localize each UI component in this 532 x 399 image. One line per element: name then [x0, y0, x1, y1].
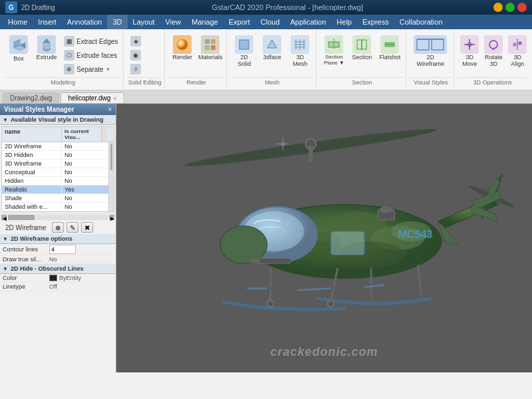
menu-cloud[interactable]: Cloud	[255, 15, 285, 29]
menu-3d[interactable]: 3D	[107, 15, 127, 29]
tab-helicopter-label: helicopter.dwg	[68, 94, 110, 102]
svg-rect-49	[309, 146, 313, 162]
vs-row-hidden[interactable]: Hidden No	[2, 177, 108, 186]
menu-help[interactable]: Help	[331, 15, 357, 29]
2dsolid-button[interactable]: 2D Solid	[231, 33, 257, 69]
close-button[interactable]	[517, 3, 527, 12]
linetype-label: Linetype	[3, 283, 49, 290]
menu-home[interactable]: Home	[3, 15, 33, 29]
wireframe-options-header[interactable]: ▼ 2D Wireframe options	[0, 234, 116, 244]
vs-row-3dwireframe[interactable]: 3D Wireframe No	[2, 160, 108, 168]
available-section-header[interactable]: ▼ Available Visual style in Drawing	[0, 115, 116, 125]
svg-marker-12	[267, 40, 277, 48]
vs-group-label: Visual Styles	[410, 77, 451, 87]
crosshair-box	[281, 142, 285, 146]
extrude-button[interactable]: Extrude	[33, 33, 60, 63]
rotate3d-button[interactable]: Rotate 3D	[482, 33, 505, 69]
vs-table: name Is current Visu... 2D Wireframe No …	[1, 126, 114, 212]
panel-close-button[interactable]: ×	[108, 106, 112, 113]
extrude-faces-icon: ⬡	[64, 50, 74, 61]
menu-collaboration[interactable]: Collaboration	[394, 15, 448, 29]
extrude-faces-label: Extrude faces	[76, 52, 117, 59]
3dmesh-button[interactable]: 3D Mesh	[287, 33, 313, 69]
vs-row-2dwireframe[interactable]: 2D Wireframe No	[2, 142, 108, 151]
draft-mode: 2D Drafting	[21, 4, 55, 11]
menu-application[interactable]: Application	[285, 15, 332, 29]
solid-editing-label: Solid Editing	[128, 77, 162, 87]
vs-name-2dwf: 2D Wireframe	[2, 142, 62, 150]
section-label: Section	[352, 54, 372, 61]
section-button[interactable]: Section	[348, 33, 375, 63]
menu-express[interactable]: Express	[357, 15, 394, 29]
tab-drawing2[interactable]: Drawing2.dwg	[3, 92, 59, 103]
svg-point-82	[283, 229, 285, 231]
section-plane-button[interactable]: Section Plane ▼	[321, 33, 347, 68]
viewport[interactable]: МС543 crackedonic.com	[116, 104, 532, 372]
svg-point-84	[279, 233, 282, 236]
draw-true-sil-label: Draw true sil...	[3, 256, 49, 263]
flatshot-button[interactable]: Flatshot	[376, 33, 403, 63]
hide-section-header[interactable]: ▼ 2D Hide - Obscured Lines	[0, 264, 116, 274]
available-section-arrow: ▼	[3, 117, 8, 123]
minimize-button[interactable]	[493, 3, 503, 12]
menu-annotation[interactable]: Annotation	[62, 15, 108, 29]
tab-drawing2-label: Drawing2.dwg	[10, 94, 52, 102]
box-label: Box	[13, 55, 24, 62]
section-plane-label2: Plane ▼	[324, 60, 344, 66]
helicopter-render: МС543	[116, 104, 532, 372]
svg-point-85	[286, 223, 289, 226]
vs-row-conceptual[interactable]: Conceptual No	[2, 168, 108, 177]
extract-edges-button[interactable]: ▦ Extract Edges	[61, 35, 120, 48]
svg-point-83	[269, 230, 272, 233]
svg-text:МС543: МС543	[398, 228, 432, 240]
solid-edit-2[interactable]: ◉	[128, 49, 162, 62]
menu-export[interactable]: Export	[223, 15, 255, 29]
draw-true-sil-row: Draw true sil... No	[0, 255, 116, 264]
extract-edges-label: Extract Edges	[76, 38, 118, 45]
svg-point-87	[267, 301, 274, 307]
menu-insert[interactable]: Insert	[33, 15, 62, 29]
vs-row-shade[interactable]: Shade No	[2, 194, 108, 203]
3dmove-button[interactable]: 3D Move	[458, 33, 481, 69]
scroll-thumb[interactable]	[8, 215, 35, 220]
draw-true-sil-value: No	[49, 256, 113, 263]
box-button[interactable]: Box	[5, 33, 32, 64]
tab-helicopter-close[interactable]: ×	[113, 95, 116, 102]
extract-edges-icon: ▦	[64, 36, 74, 47]
menu-layout[interactable]: Layout	[128, 15, 160, 29]
solid-edit-1[interactable]: ◈	[128, 35, 162, 48]
vs-name-shaded: Shaded with e...	[2, 203, 62, 211]
3dmesh-label: 3D Mesh	[289, 54, 311, 67]
menu-manage[interactable]: Manage	[186, 15, 223, 29]
scroll-track[interactable]	[8, 215, 108, 220]
contour-lines-input[interactable]	[49, 245, 76, 254]
contour-lines-row: Contour lines	[0, 244, 116, 255]
vs-btn-3[interactable]: ✖	[81, 222, 93, 233]
visual-styles-panel: Visual Styles Manager × ▼ Available Visu…	[0, 104, 116, 372]
tab-helicopter[interactable]: helicopter.dwg ×	[61, 92, 124, 103]
extrude-faces-button[interactable]: ⬡ Extrude faces	[61, 49, 120, 62]
h-scrollbar[interactable]: ◄ ►	[0, 213, 116, 221]
vs-row-shaded[interactable]: Shaded with e... No	[2, 203, 108, 211]
vs-table-scrollbar[interactable]	[108, 142, 114, 211]
modeling-content: Box Extrude ▦ Extract Edge	[5, 32, 120, 76]
3dface-button[interactable]: 3dface	[259, 33, 285, 63]
2d-wireframe-label: 2D	[427, 54, 435, 61]
vs-row-realistic[interactable]: Realistic Yes	[2, 186, 108, 194]
solid-edit-3[interactable]: ◊	[128, 63, 162, 76]
vs-btn-1[interactable]: ⊕	[52, 222, 64, 233]
materials-button[interactable]: Materials	[197, 33, 223, 63]
3dmove-label: 3D Move	[460, 54, 479, 67]
scroll-left[interactable]: ◄	[1, 215, 7, 220]
separate-button[interactable]: ⊕ Separate ▼	[61, 63, 120, 76]
maximize-button[interactable]	[505, 3, 515, 12]
vs-btn-2[interactable]: ✎	[66, 222, 78, 233]
2d-wireframe-button[interactable]: 2D Wireframe	[410, 33, 450, 69]
scroll-right[interactable]: ►	[109, 215, 114, 220]
vs-content: 2D Wireframe	[410, 32, 451, 76]
vs-row-3dhidden[interactable]: 3D Hidden No	[2, 151, 108, 160]
3dalign-button[interactable]: 3D Align	[506, 33, 529, 69]
menu-view[interactable]: View	[160, 15, 187, 29]
2dsolid-label: 2D Solid	[233, 54, 255, 67]
render-button[interactable]: Render	[169, 33, 196, 63]
